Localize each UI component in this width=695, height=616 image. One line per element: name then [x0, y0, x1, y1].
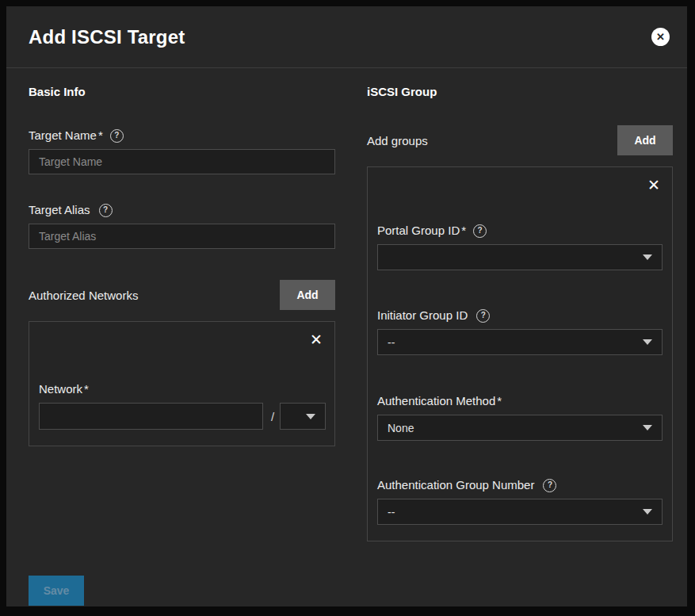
- initiator-group-id-label: Initiator Group ID ?: [377, 308, 663, 323]
- dialog-footer: Save: [29, 576, 673, 606]
- add-groups-row: Add groups Add: [367, 125, 673, 155]
- iscsi-group-card: ✕ Portal Group ID* ? Initiator Group ID: [367, 166, 673, 541]
- portal-group-id-select[interactable]: [377, 244, 663, 270]
- basic-info-section: Basic Info Target Name* ? Target Alias ?…: [29, 86, 335, 541]
- caret-down-icon: [643, 254, 652, 260]
- target-name-input[interactable]: [29, 149, 335, 174]
- dialog-body: Basic Info Target Name* ? Target Alias ?…: [6, 68, 687, 606]
- initiator-group-id-select[interactable]: --: [377, 329, 663, 355]
- remove-network-icon[interactable]: ✕: [307, 331, 325, 349]
- authentication-method-label: Authentication Method*: [377, 394, 663, 408]
- dialog-header: Add ISCSI Target ✕: [6, 6, 687, 68]
- required-marker: *: [98, 128, 103, 143]
- network-address-input[interactable]: [39, 403, 263, 430]
- caret-down-icon: [643, 339, 652, 345]
- add-network-button[interactable]: Add: [280, 280, 335, 310]
- caret-down-icon: [643, 425, 652, 430]
- authentication-method-select[interactable]: None: [377, 415, 663, 441]
- network-prefix-select[interactable]: [280, 403, 326, 430]
- authorized-networks-row: Authorized Networks Add: [29, 280, 335, 310]
- caret-down-icon: [306, 414, 315, 419]
- help-icon[interactable]: ?: [476, 309, 490, 323]
- help-icon[interactable]: ?: [543, 479, 556, 492]
- form-columns: Basic Info Target Name* ? Target Alias ?…: [29, 86, 673, 541]
- remove-group-icon[interactable]: ✕: [645, 177, 663, 194]
- target-alias-input[interactable]: [29, 224, 335, 249]
- iscsi-group-section: iSCSI Group Add groups Add ✕ Portal Grou…: [367, 86, 673, 541]
- network-input-row: /: [39, 403, 325, 430]
- basic-info-heading: Basic Info: [29, 86, 335, 98]
- required-marker: *: [497, 394, 502, 408]
- help-icon[interactable]: ?: [473, 224, 487, 238]
- add-iscsi-target-dialog: Add ISCSI Target ✕ Basic Info Target Nam…: [6, 6, 687, 606]
- dialog-title: Add ISCSI Target: [29, 26, 185, 48]
- help-icon[interactable]: ?: [110, 129, 124, 143]
- add-groups-label: Add groups: [367, 134, 428, 147]
- iscsi-group-heading: iSCSI Group: [367, 86, 673, 98]
- required-marker: *: [84, 382, 89, 396]
- authentication-group-number-label: Authentication Group Number ?: [377, 478, 663, 492]
- network-card: ✕ Network* /: [29, 321, 335, 446]
- caret-down-icon: [643, 509, 652, 515]
- save-button[interactable]: Save: [29, 576, 84, 606]
- authorized-networks-label: Authorized Networks: [29, 289, 138, 302]
- help-icon[interactable]: ?: [99, 204, 113, 217]
- target-name-label: Target Name* ?: [29, 128, 335, 143]
- authentication-group-number-select[interactable]: --: [377, 499, 663, 525]
- cidr-separator: /: [271, 410, 274, 423]
- required-marker: *: [461, 224, 466, 238]
- portal-group-id-label: Portal Group ID* ?: [377, 224, 663, 238]
- add-group-button[interactable]: Add: [617, 125, 673, 155]
- network-label: Network*: [39, 382, 325, 396]
- target-alias-label: Target Alias ?: [29, 203, 335, 217]
- close-icon[interactable]: ✕: [651, 28, 670, 46]
